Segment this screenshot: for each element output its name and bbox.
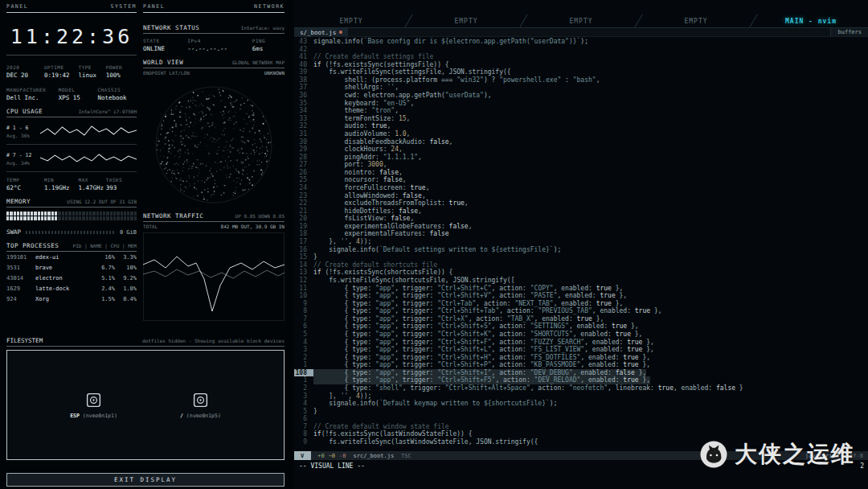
code-line: 22 excludeThreadsFromToplist: true, — [294, 199, 868, 208]
panel-label: PANEL — [143, 3, 165, 10]
tab-4[interactable]: EMPTY — [639, 14, 753, 27]
terminal-bottom-space — [294, 471, 868, 489]
bufferline: s/_boot.js buffers — [294, 28, 868, 37]
terminal-tabbar: EMPTY EMPTY EMPTY EMPTY MAIN - nvim — [294, 14, 868, 28]
process-row: 924Xorg1.5%0.4% — [6, 294, 137, 304]
globe-dots — [157, 88, 272, 201]
tab-main[interactable]: MAIN - nvim — [754, 14, 868, 27]
code-line: 20 fsListView: false, — [294, 215, 868, 223]
tab-1[interactable]: EMPTY — [294, 14, 408, 27]
cpu-graph-2: # 7 - 12 Avg. 34% — [6, 148, 137, 172]
code-line: 4 { type: "app", trigger: "Ctrl+Shift+F"… — [294, 339, 868, 347]
code-line: 36 cwd: electron.app.getPath("userData")… — [294, 92, 868, 100]
code-line: 28 pingAddr: "1.1.1.1", — [294, 154, 868, 162]
disk-esp[interactable]: ESP (nvme0n1p1) — [70, 392, 117, 419]
code-lines[interactable]: 43signale.info(`Base config dir is ${ele… — [294, 37, 868, 451]
code-line: 27 port: 3000, — [294, 161, 868, 169]
filesystem-section: FILESYSTEM dotfiles hidden - Showing ava… — [6, 337, 285, 460]
code-line: 2 { type: "shell", trigger: "Ctrl+Shift+… — [294, 384, 868, 392]
swap-row: SWAP 0 GiB — [6, 228, 137, 236]
disk-icon — [85, 392, 102, 409]
code-line: 37 shellArgs: '', — [294, 84, 868, 92]
interface-label: Interface: wavy — [241, 25, 285, 31]
code-line: 14// Create default shortcuts file — [294, 261, 868, 269]
code-line: 21 hideDotfiles: false, — [294, 208, 868, 216]
code-line: 17 }, '', 4)); — [294, 238, 868, 246]
panel-label: PANEL — [6, 3, 28, 10]
uptime-field: UPTIME0:19:42 — [44, 64, 79, 79]
filesystem-browser[interactable]: ESP (nvme0n1p1) / (nvme0n1p5) — [6, 350, 285, 460]
code-line: 38 shell: (process.platform === "win32")… — [294, 76, 868, 84]
buffer-modified-icon — [339, 31, 342, 34]
code-line: 3 { type: "app", trigger: "Ctrl+Shift+L"… — [294, 346, 868, 354]
network-traffic-subrow: TOTAL 842 MB OUT, 30.9 GB IN — [143, 224, 285, 229]
code-line: 23 allowWindowed: false, — [294, 192, 868, 200]
process-row: 1629latte-dock2.4%1.8% — [6, 284, 137, 294]
code-line: 31 audioVolume: 1.0, — [294, 130, 868, 138]
cpu-avg-label: Avg. 34% — [6, 160, 35, 166]
chassis-field: CHASSISNotebook — [97, 87, 137, 101]
code-line: 41// Create default settings file — [294, 53, 868, 61]
code-line: 2 { type: "app", trigger: "Ctrl+Shift+H"… — [294, 354, 868, 362]
code-line: 11 { type: "app", trigger: "Ctrl+Shift+C… — [294, 285, 868, 293]
ping-field: PING6ms — [252, 38, 285, 52]
watermark-logo-icon — [700, 441, 727, 468]
state-field: STATEONLINE — [143, 38, 187, 52]
endpoint-label: ENDPOINT LAT/LON — [143, 70, 190, 76]
clock: 11:22:36 — [6, 19, 137, 55]
filesystem-header: FILESYSTEM dotfiles hidden - Showing ava… — [6, 337, 285, 347]
code-line: 30 disableFeedbackAudio: false, — [294, 138, 868, 146]
code-line: 1 { type: "app", trigger: "Ctrl+Shift+P"… — [294, 361, 868, 369]
network-traffic-header: NETWORK TRAFFIC UP 0.05 DOWN 0.05 — [143, 212, 285, 222]
max-freq-field: MAX1.47GHz — [79, 177, 106, 191]
tab-2[interactable]: EMPTY — [409, 14, 523, 27]
code-line: 19 experimentalGlobeFeatures: false, — [294, 223, 868, 231]
world-view-subrow: ENDPOINT LAT/LON UNKNOWN — [143, 70, 285, 76]
globe — [143, 77, 285, 209]
process-row: 43014electron5.1%9.2% — [6, 273, 137, 283]
model-field: MODELXPS 15 — [59, 87, 98, 101]
ipv4-field: IPv4--.--.--.-- — [187, 38, 252, 52]
lsp-indicator: TSC — [401, 453, 411, 459]
system-panel-header: PANEL SYSTEM — [6, 3, 137, 13]
code-line: 5} — [294, 408, 868, 416]
network-panel: PANEL NETWORK NETWORK STATUS Interface: … — [143, 3, 285, 321]
statusline-filename: src/_boot.js — [354, 453, 395, 459]
code-line: 35 keyboard: "en-US", — [294, 100, 868, 108]
code-line: 16 signale.info(`Default settings writte… — [294, 246, 868, 254]
code-line: 12 fs.writeFileSync(shortcutsFile, JSON.… — [294, 277, 868, 285]
disk-root[interactable]: / (nvme0n1p5) — [180, 392, 221, 419]
code-line: 8if(!fs.existsSync(lastWindowStateFile))… — [294, 430, 868, 438]
code-line: 4 signale.info(`Default keymap written t… — [294, 400, 868, 408]
world-view-header: WORLD VIEW GLOBAL NETWORK MAP — [143, 59, 285, 68]
code-line: 42 — [294, 46, 868, 54]
cpu-cores-label: # 7 - 12 — [6, 152, 35, 158]
code-line: 8 { type: "app", trigger: "Ctrl+Shift+Ta… — [294, 307, 868, 315]
code-line: 7// Create default window state file — [294, 423, 868, 431]
processes-section-header: TOP PROCESSES PID | NAME | CPU | MEM — [6, 242, 137, 252]
cpu-sparkline-1 — [40, 121, 137, 142]
total-label: TOTAL — [143, 224, 158, 229]
memory-section-header: MEMORY USING 12.2 OUT OF 31 GIB — [6, 198, 137, 208]
system-panel: PANEL SYSTEM 11:22:36 2020DEC 20 UPTIME0… — [6, 3, 137, 304]
disk-icon — [192, 392, 209, 409]
code-line: 15} — [294, 253, 868, 261]
code-line: 33 termFontSize: 15, — [294, 115, 868, 123]
buffers-label: buffers — [830, 28, 868, 36]
tab-3[interactable]: EMPTY — [524, 14, 638, 27]
mode-indicator: V — [294, 451, 311, 460]
code-line: 29 clockHours: 24, — [294, 146, 868, 154]
selection-count: 2 — [860, 462, 864, 470]
code-line: 13if (!fs.existsSync(shortcutsFile)) { — [294, 269, 868, 277]
watermark-text: 大侠之运维 — [735, 439, 855, 470]
terminal-area: EMPTY EMPTY EMPTY EMPTY MAIN - nvim s/_b… — [294, 0, 868, 489]
cpu-cores-label: # 1 - 6 — [6, 125, 35, 131]
code-line: 39 fs.writeFileSync(settingsFile, JSON.s… — [294, 68, 868, 76]
traffic-chart — [143, 232, 285, 321]
code-line: 25 nocursor: false, — [294, 176, 868, 184]
code-line: 1 { type: "app", trigger: "Ctrl+Shift+F5… — [294, 376, 868, 384]
buffer-tab[interactable]: s/_boot.js — [294, 28, 348, 36]
cpu-section-header: CPU USAGE Intel®Core™ i7-9750H — [6, 108, 137, 117]
exit-display-button[interactable]: EXIT DISPLAY — [6, 473, 285, 487]
network-panel-header: PANEL NETWORK — [143, 3, 285, 13]
